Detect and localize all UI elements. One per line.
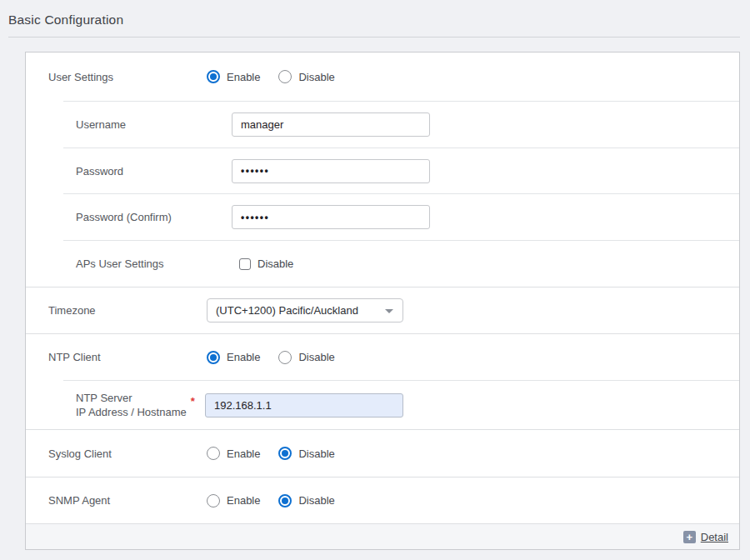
aps-user-settings-label: APs User Settings bbox=[63, 258, 232, 270]
detail-link[interactable]: + Detail bbox=[683, 531, 728, 543]
snmp-agent-enable-radio[interactable] bbox=[207, 494, 220, 508]
username-input[interactable] bbox=[232, 112, 430, 137]
password-label: Password bbox=[63, 165, 232, 178]
timezone-selected-value: (UTC+1200) Pacific/Auckland bbox=[216, 304, 358, 317]
disable-option-label: Disable bbox=[298, 448, 334, 460]
required-asterisk: * bbox=[191, 395, 195, 408]
ntp-client-label: NTP Client bbox=[26, 351, 207, 363]
user-settings-enable-radio[interactable] bbox=[207, 70, 220, 83]
snmp-agent-radio-group: Enable Disable bbox=[207, 494, 335, 508]
password-row: Password bbox=[63, 148, 739, 193]
snmp-agent-disable-option[interactable]: Disable bbox=[278, 494, 334, 508]
syslog-client-enable-radio[interactable] bbox=[207, 447, 220, 460]
syslog-client-disable-radio[interactable] bbox=[278, 447, 292, 460]
ntp-subgroup: NTP Server IP Address / Hostname * bbox=[63, 380, 739, 429]
syslog-client-label: Syslog Client bbox=[26, 448, 207, 460]
page-header: Basic Configuration bbox=[0, 0, 750, 28]
syslog-client-radio-group: Enable Disable bbox=[207, 447, 335, 460]
user-settings-disable-option[interactable]: Disable bbox=[278, 70, 334, 83]
ntp-client-radio-group: Enable Disable bbox=[207, 351, 335, 364]
password-confirm-input[interactable] bbox=[232, 205, 430, 229]
ntp-server-label-line1: NTP Server bbox=[76, 392, 132, 404]
syslog-client-row: Syslog Client Enable Disable bbox=[26, 429, 739, 477]
ntp-server-row: NTP Server IP Address / Hostname * bbox=[63, 380, 739, 429]
ntp-server-label-line2: IP Address / Hostname bbox=[76, 406, 187, 418]
aps-disable-option-label: Disable bbox=[258, 258, 293, 270]
snmp-agent-row: SNMP Agent Enable Disable bbox=[26, 477, 739, 523]
user-settings-subgroup: Username Password Password (Confirm) APs… bbox=[63, 101, 739, 287]
username-row: Username bbox=[63, 101, 739, 148]
ntp-client-disable-option[interactable]: Disable bbox=[278, 351, 334, 364]
snmp-agent-disable-radio[interactable] bbox=[278, 494, 292, 508]
snmp-agent-enable-option[interactable]: Enable bbox=[207, 494, 260, 508]
timezone-select[interactable]: (UTC+1200) Pacific/Auckland bbox=[207, 298, 403, 322]
username-label: Username bbox=[63, 118, 232, 131]
enable-option-label: Enable bbox=[227, 494, 260, 507]
ntp-client-enable-option[interactable]: Enable bbox=[207, 351, 260, 364]
ntp-client-disable-radio[interactable] bbox=[278, 351, 292, 364]
aps-user-settings-disable-checkbox[interactable] bbox=[239, 258, 251, 270]
password-input[interactable] bbox=[232, 159, 430, 183]
user-settings-label: User Settings bbox=[26, 71, 207, 83]
user-settings-radio-group: Enable Disable bbox=[207, 70, 335, 83]
ntp-server-input[interactable] bbox=[205, 393, 403, 418]
disable-option-label: Disable bbox=[298, 71, 334, 83]
enable-option-label: Enable bbox=[227, 448, 260, 460]
chevron-down-icon bbox=[385, 309, 393, 313]
timezone-row: Timezone (UTC+1200) Pacific/Auckland bbox=[26, 287, 739, 333]
password-confirm-label: Password (Confirm) bbox=[63, 211, 232, 223]
ntp-client-enable-radio[interactable] bbox=[207, 351, 220, 364]
plus-icon: + bbox=[683, 531, 696, 543]
ntp-client-row: NTP Client Enable Disable bbox=[26, 333, 739, 380]
user-settings-enable-option[interactable]: Enable bbox=[207, 70, 260, 83]
timezone-label: Timezone bbox=[26, 304, 207, 317]
panel-footer: + Detail bbox=[26, 523, 739, 549]
title-divider bbox=[8, 37, 740, 38]
ntp-server-label: NTP Server IP Address / Hostname * bbox=[63, 391, 205, 419]
page-title: Basic Configuration bbox=[8, 12, 740, 28]
syslog-client-enable-option[interactable]: Enable bbox=[207, 447, 260, 460]
detail-link-label: Detail bbox=[701, 531, 728, 543]
password-confirm-row: Password (Confirm) bbox=[63, 193, 739, 240]
enable-option-label: Enable bbox=[227, 351, 260, 363]
syslog-client-disable-option[interactable]: Disable bbox=[278, 447, 334, 460]
basic-configuration-panel: User Settings Enable Disable Username Pa… bbox=[25, 52, 740, 550]
user-settings-disable-radio[interactable] bbox=[278, 70, 292, 83]
disable-option-label: Disable bbox=[298, 351, 334, 363]
enable-option-label: Enable bbox=[227, 71, 260, 83]
aps-user-settings-row: APs User Settings Disable bbox=[63, 240, 739, 287]
disable-option-label: Disable bbox=[298, 494, 334, 507]
ntp-server-label-text: NTP Server IP Address / Hostname bbox=[76, 391, 187, 419]
user-settings-row: User Settings Enable Disable bbox=[26, 52, 739, 101]
snmp-agent-label: SNMP Agent bbox=[26, 494, 207, 507]
